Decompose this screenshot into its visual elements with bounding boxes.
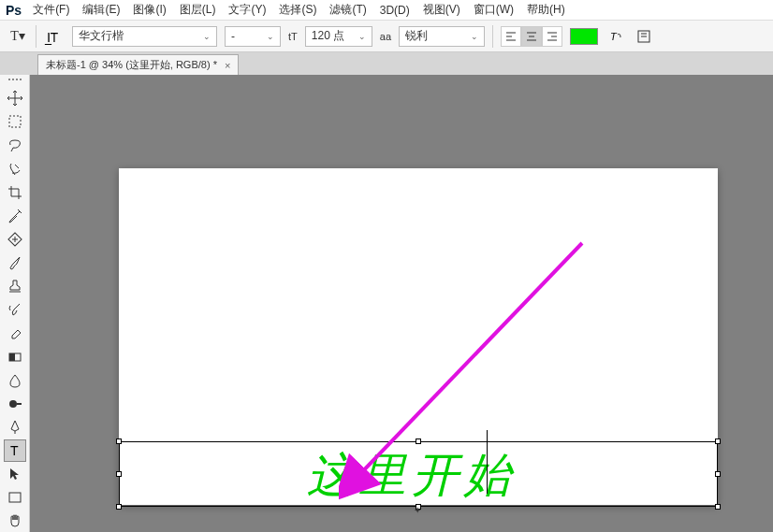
menu-filter[interactable]: 滤镜(T) [329, 2, 366, 18]
menu-file[interactable]: 文件(F) [33, 2, 69, 18]
align-center-button[interactable] [521, 26, 542, 47]
menu-select[interactable]: 选择(S) [279, 2, 316, 18]
history-brush-tool[interactable] [4, 299, 26, 321]
brush-tool[interactable] [4, 252, 26, 274]
svg-rect-19 [9, 353, 15, 361]
character-panel-button[interactable] [634, 26, 654, 47]
quick-select-tool[interactable] [4, 158, 26, 180]
svg-text:I̲T: I̲T [44, 30, 59, 44]
handle-bot-left[interactable] [116, 504, 122, 510]
pen-tool[interactable] [4, 416, 26, 438]
stamp-tool[interactable] [4, 276, 26, 297]
antialias-value: 锐利 [405, 28, 428, 44]
document-tabbar: 未标题-1 @ 34% (这里开始, RGB/8) * × [0, 52, 773, 75]
align-left-button[interactable] [501, 26, 521, 47]
chevron-down-icon: ⌄ [203, 32, 211, 41]
document-tab[interactable]: 未标题-1 @ 34% (这里开始, RGB/8) * × [37, 54, 239, 75]
svg-rect-23 [9, 493, 21, 502]
text-color-swatch[interactable] [570, 28, 598, 45]
antialias-dropdown[interactable]: 锐利 ⌄ [399, 26, 485, 47]
canvas-area[interactable]: ✦ 这里开始 [30, 75, 773, 532]
font-size-icon: tT [288, 31, 298, 42]
blur-tool[interactable] [4, 369, 26, 391]
svg-point-20 [9, 400, 17, 408]
font-style-dropdown[interactable]: - ⌄ [225, 26, 281, 47]
annotation-arrow-icon [339, 234, 610, 505]
lasso-tool[interactable] [4, 135, 26, 156]
font-family-dropdown[interactable]: 华文行楷 ⌄ [72, 26, 217, 47]
eyedropper-tool[interactable] [4, 205, 26, 226]
menu-text[interactable]: 文字(Y) [228, 2, 266, 18]
svg-line-24 [357, 243, 582, 477]
chevron-down-icon: ⌄ [471, 32, 478, 41]
menu-image[interactable]: 图像(I) [133, 2, 166, 18]
font-size-value: 120 点 [312, 28, 344, 44]
toolbar: T [0, 75, 30, 532]
align-right-button[interactable] [542, 26, 562, 47]
dodge-tool[interactable] [4, 393, 26, 414]
antialias-icon: aa [380, 31, 391, 42]
svg-text:T: T [10, 443, 19, 458]
eraser-tool[interactable] [4, 323, 26, 344]
hand-tool[interactable] [4, 510, 26, 532]
tab-label: 未标题-1 @ 34% (这里开始, RGB/8) * [46, 58, 217, 72]
text-align-group [501, 26, 562, 47]
menu-edit[interactable]: 编辑(E) [82, 2, 120, 18]
shape-tool[interactable] [4, 487, 26, 509]
handle-top-left[interactable] [116, 439, 122, 444]
warp-text-button[interactable]: T [605, 26, 626, 47]
chevron-down-icon: ⌄ [267, 32, 274, 41]
marquee-tool[interactable] [4, 111, 26, 133]
svg-text:T: T [610, 31, 618, 42]
handle-top-right[interactable] [715, 439, 721, 444]
font-size-dropdown[interactable]: 120 点 ⌄ [305, 26, 372, 47]
options-bar: T▾ I̲T 华文行楷 ⌄ - ⌄ tT 120 点 ⌄ aa 锐利 ⌄ T [0, 21, 773, 52]
handle-mid-right[interactable] [715, 471, 721, 477]
toolbar-grip[interactable] [6, 79, 24, 84]
handle-bot-right[interactable] [715, 504, 721, 510]
crop-tool[interactable] [4, 181, 26, 203]
font-style-value: - [231, 30, 235, 43]
gradient-tool[interactable] [4, 346, 26, 367]
menu-layer[interactable]: 图层(L) [180, 2, 216, 18]
menu-window[interactable]: 窗口(W) [474, 2, 514, 18]
close-icon[interactable]: × [225, 60, 230, 71]
svg-rect-14 [9, 116, 21, 127]
handle-mid-left[interactable] [116, 471, 122, 477]
ps-logo: Ps [6, 3, 22, 18]
menu-view[interactable]: 视图(V) [423, 2, 460, 18]
divider [36, 25, 36, 48]
path-select-tool[interactable] [4, 464, 26, 485]
type-tool-indicator[interactable]: T▾ [7, 26, 28, 47]
chevron-down-icon: ⌄ [358, 32, 366, 41]
move-tool[interactable] [4, 88, 26, 109]
menubar: Ps 文件(F) 编辑(E) 图像(I) 图层(L) 文字(Y) 选择(S) 滤… [0, 0, 773, 21]
healing-tool[interactable] [4, 228, 26, 250]
font-family-value: 华文行楷 [79, 28, 124, 44]
menu-help[interactable]: 帮助(H) [527, 2, 565, 18]
divider [492, 25, 493, 48]
menu-3d[interactable]: 3D(D) [380, 4, 410, 17]
type-tool[interactable]: T [4, 439, 26, 461]
text-orientation-toggle[interactable]: I̲T [44, 26, 65, 47]
